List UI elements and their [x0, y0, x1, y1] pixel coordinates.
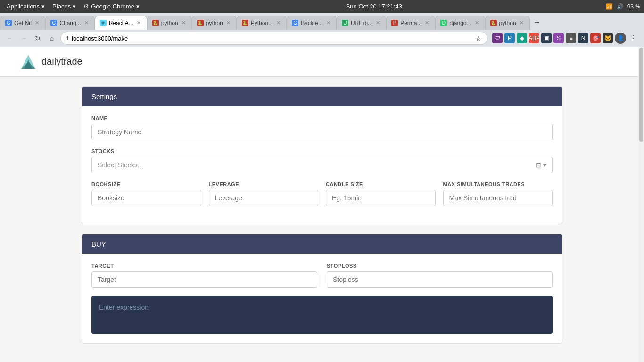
- ext-dark[interactable]: ▣: [541, 33, 552, 43]
- os-taskbar: Applications ▾ Places ▾ ⚙ Google Chrome …: [0, 0, 644, 13]
- tab-backte[interactable]: G Backte... ✕: [287, 16, 337, 30]
- tab-url[interactable]: U URL di... ✕: [337, 16, 386, 30]
- tab-get-nif[interactable]: G Get Nif ✕: [0, 16, 45, 30]
- tab-close[interactable]: ✕: [225, 19, 231, 26]
- tab-favicon: G: [50, 20, 57, 26]
- tab-label: python: [161, 20, 178, 26]
- reload-button[interactable]: ↻: [32, 33, 43, 44]
- tab-favicon: G: [292, 20, 298, 26]
- expression-area[interactable]: Enter expression: [91, 296, 553, 334]
- places-menu[interactable]: Places ▾: [50, 2, 79, 11]
- chrome-icon: ⚙: [83, 3, 89, 10]
- browser-menu[interactable]: ⋮: [628, 33, 638, 43]
- buy-body: TARGET STOPLOSS Enter expression: [82, 254, 562, 343]
- ext-abp[interactable]: ABP: [529, 33, 539, 43]
- target-label: TARGET: [91, 263, 317, 269]
- target-stoploss-row: TARGET STOPLOSS: [91, 263, 553, 296]
- tab-label: python: [499, 20, 516, 26]
- stocks-field-group: STOCKS Select Stocks... ⊟ ▾: [91, 148, 553, 173]
- target-input[interactable]: [91, 272, 317, 288]
- ext-s[interactable]: S: [553, 33, 564, 43]
- settings-body: NAME STOCKS Select Stocks... ⊟ ▾: [82, 106, 562, 224]
- tab-favicon: 🐍: [152, 20, 159, 26]
- main-content: Settings NAME STOCKS Select Stocks... ⊟ …: [72, 86, 572, 344]
- stocks-dropdown-icons: ⊟ ▾: [536, 161, 546, 169]
- settings-panel: Settings NAME STOCKS Select Stocks... ⊟ …: [82, 86, 562, 224]
- applications-menu[interactable]: Applications ▾: [4, 2, 48, 11]
- tab-python1[interactable]: 🐍 python ✕: [147, 16, 192, 30]
- chrome-menu[interactable]: ⚙ Google Chrome ▾: [81, 2, 142, 11]
- ext-pocket[interactable]: P: [504, 33, 515, 43]
- forward-button[interactable]: →: [18, 33, 29, 44]
- ext-green[interactable]: ◆: [517, 33, 527, 43]
- ext-target[interactable]: 🎯: [590, 33, 601, 43]
- home-button[interactable]: ⌂: [46, 33, 58, 44]
- tab-python4[interactable]: 🐍 python ✕: [485, 16, 530, 30]
- tab-favicon: D: [440, 20, 447, 26]
- tab-favicon: U: [342, 20, 348, 26]
- settings-header: Settings: [82, 87, 562, 106]
- name-label: NAME: [91, 115, 553, 121]
- page-content: dailytrade Settings NAME STOCKS Select S…: [0, 47, 644, 362]
- tab-label: Perma...: [400, 20, 421, 26]
- ext-cat[interactable]: 🐱: [603, 33, 613, 43]
- leverage-field-group: LEVERAGE: [209, 181, 319, 206]
- candle-size-input[interactable]: [326, 190, 436, 206]
- url-input[interactable]: localhost:3000/make: [72, 35, 473, 42]
- max-trades-input[interactable]: [443, 190, 553, 206]
- ext-n[interactable]: N: [578, 33, 588, 43]
- tab-react[interactable]: ⚛ React A... ✕: [95, 16, 147, 30]
- extensions-bar: 🛡 P ◆ ABP ▣ S ≡ N 🎯 🐱 👤 ⋮: [490, 33, 640, 44]
- tab-close[interactable]: ✕: [136, 19, 142, 26]
- booksize-label: BOOKSIZE: [91, 181, 201, 187]
- stoploss-input[interactable]: [327, 272, 553, 288]
- name-input[interactable]: [91, 124, 553, 140]
- bookmark-icon[interactable]: ☆: [476, 35, 481, 42]
- booksize-field-group: BOOKSIZE: [91, 181, 201, 206]
- battery-status: 93 %: [627, 3, 640, 10]
- candle-size-field-group: CANDLE SIZE: [326, 181, 436, 206]
- tab-perma[interactable]: P Perma... ✕: [386, 16, 435, 30]
- stoploss-field-group: STOPLOSS: [327, 263, 553, 288]
- tab-label: django...: [449, 20, 471, 26]
- back-button[interactable]: ←: [4, 33, 15, 44]
- tab-close[interactable]: ✕: [83, 19, 90, 26]
- candle-size-label: CANDLE SIZE: [326, 181, 436, 187]
- target-field-group: TARGET: [91, 263, 317, 288]
- stocks-label: STOCKS: [91, 148, 553, 154]
- tab-close[interactable]: ✕: [519, 19, 525, 26]
- max-trades-field-group: MAX SIMULTANEOUS TRADES: [443, 181, 553, 206]
- tab-close[interactable]: ✕: [375, 19, 381, 26]
- tab-label: python: [206, 20, 223, 26]
- stocks-chevron-icon: ▾: [543, 161, 546, 169]
- leverage-input[interactable]: [209, 190, 319, 206]
- tab-python2[interactable]: 🐍 python ✕: [192, 16, 237, 30]
- tab-chang[interactable]: G Chang... ✕: [45, 16, 94, 30]
- wifi-icon: 📶: [606, 3, 613, 10]
- app-logo[interactable]: dailytrade: [19, 52, 83, 71]
- tab-close[interactable]: ✕: [181, 19, 187, 26]
- buy-panel: BUY TARGET STOPLOSS Enter expression: [82, 234, 562, 344]
- tab-favicon: ⚛: [100, 20, 107, 26]
- tab-close[interactable]: ✕: [474, 19, 480, 26]
- tab-python3[interactable]: 🐍 Python... ✕: [237, 16, 287, 30]
- tab-close[interactable]: ✕: [325, 19, 331, 26]
- tab-close[interactable]: ✕: [34, 19, 40, 26]
- browser-chrome: G Get Nif ✕ G Chang... ✕ ⚛ React A... ✕ …: [0, 13, 644, 47]
- volume-icon: 🔊: [617, 3, 624, 10]
- scrollbar-thumb[interactable]: [639, 48, 643, 142]
- stocks-dropdown[interactable]: Select Stocks... ⊟ ▾: [91, 157, 553, 173]
- max-trades-label: MAX SIMULTANEOUS TRADES: [443, 181, 553, 187]
- ext-shield[interactable]: 🛡: [492, 33, 503, 43]
- address-bar[interactable]: ℹ localhost:3000/make ☆: [60, 32, 487, 45]
- tab-close[interactable]: ✕: [424, 19, 430, 26]
- ext-avatar[interactable]: 👤: [615, 33, 626, 44]
- booksize-input[interactable]: [91, 190, 201, 206]
- tab-close[interactable]: ✕: [275, 19, 281, 26]
- scrollbar[interactable]: [638, 47, 644, 362]
- tab-favicon: 🐍: [197, 20, 204, 26]
- leverage-label: LEVERAGE: [209, 181, 319, 187]
- ext-bars[interactable]: ≡: [566, 33, 576, 43]
- new-tab-button[interactable]: +: [530, 16, 545, 30]
- tab-django[interactable]: D django... ✕: [435, 16, 485, 30]
